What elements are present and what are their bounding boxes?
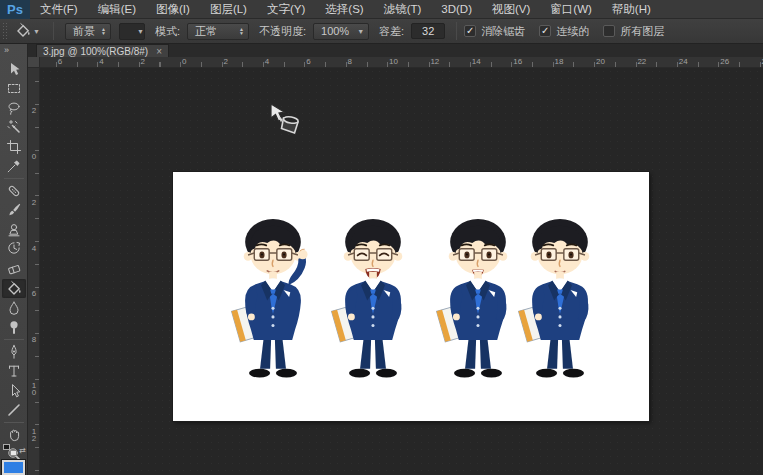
- checkbox-box-icon[interactable]: ✓: [539, 25, 551, 37]
- options-bar: ▼ 前景 ▲▼ ▼ 模式: 正常 ▲▼ 不透明度: 100% ▼ 容差: ✓消除…: [0, 19, 763, 44]
- tolerance-label: 容差:: [379, 24, 404, 39]
- ruler-label: 10: [389, 57, 398, 66]
- hand-tool-icon: [6, 427, 22, 443]
- businessman-laughing: [325, 215, 421, 394]
- chevron-down-icon: ▼: [357, 28, 364, 35]
- document-tab[interactable]: 3.jpg @ 100%(RGB/8#) ×: [36, 44, 169, 57]
- history-brush-tool[interactable]: [2, 240, 26, 260]
- close-icon[interactable]: ×: [156, 46, 162, 57]
- checkbox-2[interactable]: 所有图层: [603, 24, 664, 39]
- ruler-label: 1 2: [29, 428, 39, 442]
- menu-item-5[interactable]: 选择(S): [315, 0, 373, 19]
- line-tool[interactable]: [2, 401, 26, 421]
- opacity-value: 100%: [321, 25, 349, 37]
- line-tool-icon: [6, 402, 22, 418]
- tool-column: [0, 59, 27, 464]
- tool-preset-picker[interactable]: ▼: [15, 22, 40, 40]
- pattern-swatch-well[interactable]: ▼: [119, 23, 145, 40]
- horizontal-ruler[interactable]: 6420246810121416182022242628: [40, 57, 763, 68]
- ruler-label: 2: [29, 199, 39, 206]
- paint-bucket-tool-icon: [6, 280, 22, 296]
- menu-item-9[interactable]: 窗口(W): [540, 0, 602, 19]
- clone-stamp-tool[interactable]: [2, 220, 26, 240]
- rectangular-marquee-tool[interactable]: [2, 79, 26, 99]
- clone-stamp-tool-icon: [6, 222, 22, 238]
- ruler-label: 8: [348, 57, 352, 66]
- crop-tool[interactable]: [2, 137, 26, 157]
- opacity-select[interactable]: 100% ▼: [313, 23, 369, 40]
- tools-divider: [4, 178, 24, 179]
- ruler-corner[interactable]: [28, 57, 40, 68]
- spot-healing-brush-tool-icon: [6, 183, 22, 199]
- magic-wand-tool-icon: [6, 119, 22, 135]
- paint-bucket-icon: [15, 22, 31, 40]
- tolerance-input[interactable]: [411, 23, 445, 39]
- checkbox-box-icon[interactable]: ✓: [464, 25, 476, 37]
- blur-tool[interactable]: [2, 298, 26, 318]
- spinner-arrows-icon: ▲▼: [239, 27, 244, 35]
- ruler-label: 2: [223, 57, 227, 66]
- hand-tool[interactable]: [2, 425, 26, 445]
- move-tool[interactable]: [2, 59, 26, 79]
- menu-item-1[interactable]: 编辑(E): [88, 0, 146, 19]
- ruler-label: 16: [513, 57, 522, 66]
- history-brush-tool-icon: [6, 241, 22, 257]
- checkbox-1[interactable]: ✓连续的: [539, 24, 589, 39]
- foreground-color-swatch[interactable]: [2, 460, 25, 475]
- fill-source-select[interactable]: 前景 ▲▼: [65, 23, 111, 40]
- photoshop-window: Ps 文件(F)编辑(E)图像(I)图层(L)文字(Y)选择(S)滤镜(T)3D…: [0, 0, 763, 475]
- crop-tool-icon: [6, 139, 22, 155]
- checkbox-0[interactable]: ✓消除锯齿: [464, 24, 525, 39]
- pen-tool[interactable]: [2, 342, 26, 362]
- ruler-label: 22: [637, 57, 646, 66]
- menu-items: 文件(F)编辑(E)图像(I)图层(L)文字(Y)选择(S)滤镜(T)3D(D)…: [30, 0, 661, 19]
- tools-panel-collapse-button[interactable]: »: [0, 44, 27, 59]
- ruler-label: 2: [29, 107, 39, 114]
- mode-value: 正常: [195, 24, 217, 39]
- swap-colors-icon[interactable]: ⇄: [19, 446, 26, 455]
- spot-healing-brush-tool[interactable]: [2, 181, 26, 201]
- brush-tool[interactable]: [2, 201, 26, 221]
- ruler-label: 0: [29, 153, 39, 160]
- dodge-tool-icon: [6, 319, 22, 335]
- options-bar-grip[interactable]: [2, 22, 9, 40]
- rectangular-marquee-tool-icon: [6, 80, 22, 96]
- menu-item-6[interactable]: 滤镜(T): [374, 0, 432, 19]
- vertical-ruler[interactable]: 42024681 01 21 4: [28, 68, 40, 475]
- default-colors-icon[interactable]: [3, 444, 17, 456]
- path-selection-tool[interactable]: [2, 381, 26, 401]
- eraser-tool[interactable]: [2, 259, 26, 279]
- image-canvas[interactable]: [173, 172, 649, 421]
- path-selection-tool-icon: [6, 383, 22, 399]
- ruler-label: 18: [555, 57, 564, 66]
- tools-divider: [4, 422, 24, 423]
- menu-item-7[interactable]: 3D(D): [431, 0, 482, 19]
- eyedropper-tool-icon: [6, 158, 22, 174]
- menu-item-0[interactable]: 文件(F): [30, 0, 88, 19]
- ruler-label: 6: [29, 290, 39, 297]
- ruler-label: 0: [182, 57, 186, 66]
- checkbox-box-icon[interactable]: [603, 25, 615, 37]
- checkbox-label: 所有图层: [620, 24, 664, 39]
- menu-item-8[interactable]: 视图(V): [482, 0, 540, 19]
- lasso-tool[interactable]: [2, 98, 26, 118]
- type-tool[interactable]: [2, 362, 26, 382]
- menu-item-3[interactable]: 图层(L): [200, 0, 257, 19]
- eyedropper-tool[interactable]: [2, 157, 26, 177]
- document-area: 3.jpg @ 100%(RGB/8#) × 64202468101214161…: [28, 44, 763, 475]
- separator: [53, 22, 54, 40]
- ruler-label: 26: [720, 57, 729, 66]
- color-swatch-zone: ⇄: [0, 444, 28, 475]
- dodge-tool[interactable]: [2, 318, 26, 338]
- ruler-label: 4: [99, 57, 103, 66]
- menu-item-2[interactable]: 图像(I): [146, 0, 200, 19]
- magic-wand-tool[interactable]: [2, 118, 26, 138]
- paint-bucket-tool[interactable]: [2, 279, 26, 299]
- mode-select[interactable]: 正常 ▲▼: [187, 23, 249, 40]
- chevron-down-icon: ▼: [33, 28, 40, 35]
- menu-item-4[interactable]: 文字(Y): [257, 0, 315, 19]
- menu-item-10[interactable]: 帮助(H): [602, 0, 661, 19]
- pasteboard[interactable]: [40, 68, 763, 475]
- opacity-label: 不透明度:: [259, 24, 306, 39]
- ruler-label: 1 0: [29, 382, 39, 396]
